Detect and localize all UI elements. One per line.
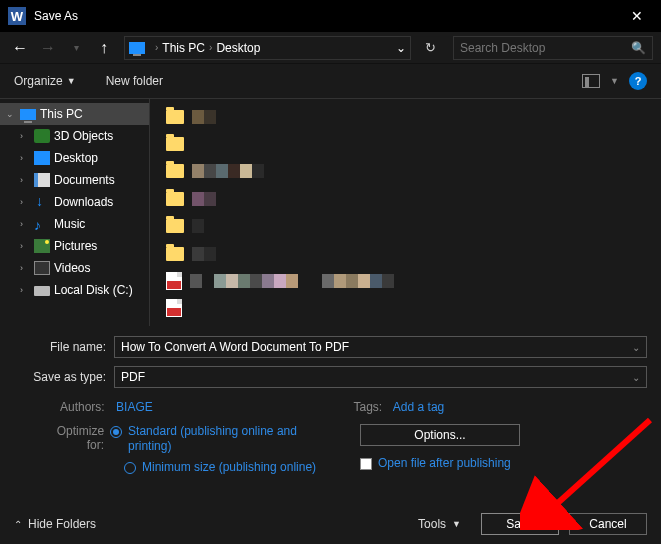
search-icon[interactable]: 🔍 (631, 41, 646, 55)
folder-icon (166, 137, 184, 151)
hide-folders-label: Hide Folders (28, 517, 96, 531)
file-item[interactable] (166, 217, 645, 236)
expand-icon[interactable]: › (20, 263, 30, 273)
folder-icon (166, 192, 184, 206)
pdf-icon (166, 272, 182, 290)
options-button[interactable]: Options... (360, 424, 520, 446)
authors-label: Authors: (60, 400, 105, 414)
file-item[interactable] (166, 107, 645, 126)
radio-standard[interactable] (110, 426, 122, 438)
expand-icon[interactable]: › (20, 219, 30, 229)
tree-label: Pictures (54, 239, 97, 253)
tree-downloads[interactable]: ›Downloads (0, 191, 149, 213)
window-title: Save As (34, 9, 617, 23)
folder-icon (166, 110, 184, 124)
view-options-button[interactable] (582, 74, 600, 88)
file-item[interactable] (166, 162, 645, 181)
tree-videos[interactable]: ›Videos (0, 257, 149, 279)
tree-3d-objects[interactable]: ›3D Objects (0, 125, 149, 147)
disk-icon (34, 286, 50, 296)
organize-label: Organize (14, 74, 63, 88)
filename-label: File name: (14, 340, 114, 354)
expand-icon[interactable]: › (20, 153, 30, 163)
expand-icon[interactable]: › (20, 241, 30, 251)
chevron-down-icon[interactable]: ▼ (610, 76, 619, 86)
new-folder-button[interactable]: New folder (106, 74, 163, 88)
documents-icon (34, 173, 50, 187)
radio-minimum[interactable] (124, 462, 136, 474)
tree-this-pc[interactable]: ⌄ This PC (0, 103, 149, 125)
save-button[interactable]: Save (481, 513, 559, 535)
tags-label: Tags: (354, 400, 383, 414)
expand-icon[interactable]: › (20, 131, 30, 141)
expand-icon[interactable]: › (20, 285, 30, 295)
open-after-label[interactable]: Open file after publishing (378, 456, 511, 471)
tree-label: Desktop (54, 151, 98, 165)
tree-desktop[interactable]: ›Desktop (0, 147, 149, 169)
savetype-input[interactable] (121, 370, 632, 384)
open-after-checkbox[interactable] (360, 458, 372, 470)
cube-icon (34, 129, 50, 143)
refresh-button[interactable]: ↻ (419, 40, 441, 55)
close-button[interactable]: ✕ (617, 8, 657, 24)
pc-icon (129, 42, 145, 54)
nav-up-button[interactable]: ↑ (92, 36, 116, 60)
chevron-down-icon: ▼ (67, 76, 76, 86)
tags-add[interactable]: Add a tag (393, 400, 444, 414)
hide-folders-button[interactable]: ⌃ Hide Folders (14, 517, 96, 531)
desktop-icon (34, 151, 50, 165)
radio-standard-label[interactable]: Standard (publishing online and printing… (128, 424, 320, 454)
chevron-right-icon: › (209, 42, 212, 53)
search-input[interactable] (460, 41, 631, 55)
file-item[interactable] (166, 299, 645, 318)
nav-recent-dropdown[interactable]: ▾ (64, 36, 88, 60)
collapse-icon[interactable]: ⌄ (6, 109, 16, 119)
download-icon (34, 195, 50, 209)
tree-label: Local Disk (C:) (54, 283, 133, 297)
tree-label: Documents (54, 173, 115, 187)
folder-icon (166, 164, 184, 178)
file-item[interactable] (166, 271, 645, 290)
tree-pictures[interactable]: ›Pictures (0, 235, 149, 257)
filename-field[interactable]: ⌄ (114, 336, 647, 358)
filename-input[interactable] (121, 340, 632, 354)
expand-icon[interactable]: › (20, 175, 30, 185)
savetype-field[interactable]: ⌄ (114, 366, 647, 388)
save-form: File name: ⌄ Save as type: ⌄ (0, 326, 661, 388)
toolbar: Organize ▼ New folder ▼ ? (0, 64, 661, 98)
tools-menu[interactable]: Tools ▼ (418, 517, 461, 531)
breadcrumb-current[interactable]: Desktop (216, 41, 260, 55)
chevron-down-icon[interactable]: ⌄ (396, 41, 406, 55)
expand-icon[interactable]: › (20, 197, 30, 207)
tree-label: This PC (40, 107, 83, 121)
chevron-up-icon: ⌃ (14, 519, 22, 530)
chevron-down-icon: ▼ (452, 519, 461, 529)
breadcrumb-root[interactable]: This PC (162, 41, 205, 55)
search-box[interactable]: 🔍 (453, 36, 653, 60)
pictures-icon (34, 239, 50, 253)
file-list[interactable] (150, 99, 661, 326)
tree-local-disk[interactable]: ›Local Disk (C:) (0, 279, 149, 301)
tree-label: 3D Objects (54, 129, 113, 143)
cancel-button[interactable]: Cancel (569, 513, 647, 535)
file-item[interactable] (166, 244, 645, 263)
organize-menu[interactable]: Organize ▼ (14, 74, 76, 88)
footer: ⌃ Hide Folders Tools ▼ Save Cancel (0, 504, 661, 544)
chevron-right-icon: › (155, 42, 158, 53)
authors-value[interactable]: BIAGE (116, 400, 153, 414)
metadata-row: Authors: BIAGE Tags: Add a tag (0, 396, 661, 414)
chevron-down-icon[interactable]: ⌄ (632, 372, 640, 383)
help-button[interactable]: ? (629, 72, 647, 90)
nav-back-button[interactable]: ← (8, 36, 32, 60)
nav-forward-button[interactable]: → (36, 36, 60, 60)
tree-documents[interactable]: ›Documents (0, 169, 149, 191)
breadcrumb-bar[interactable]: › This PC › Desktop ⌄ (124, 36, 411, 60)
file-item[interactable] (166, 134, 645, 153)
radio-minimum-label[interactable]: Minimum size (publishing online) (142, 460, 316, 475)
tree-label: Music (54, 217, 85, 231)
file-item[interactable] (166, 189, 645, 208)
options-row: Optimize for: Standard (publishing onlin… (0, 414, 661, 481)
tree-music[interactable]: ›Music (0, 213, 149, 235)
nav-tree: ⌄ This PC ›3D Objects ›Desktop ›Document… (0, 99, 150, 326)
chevron-down-icon[interactable]: ⌄ (632, 342, 640, 353)
